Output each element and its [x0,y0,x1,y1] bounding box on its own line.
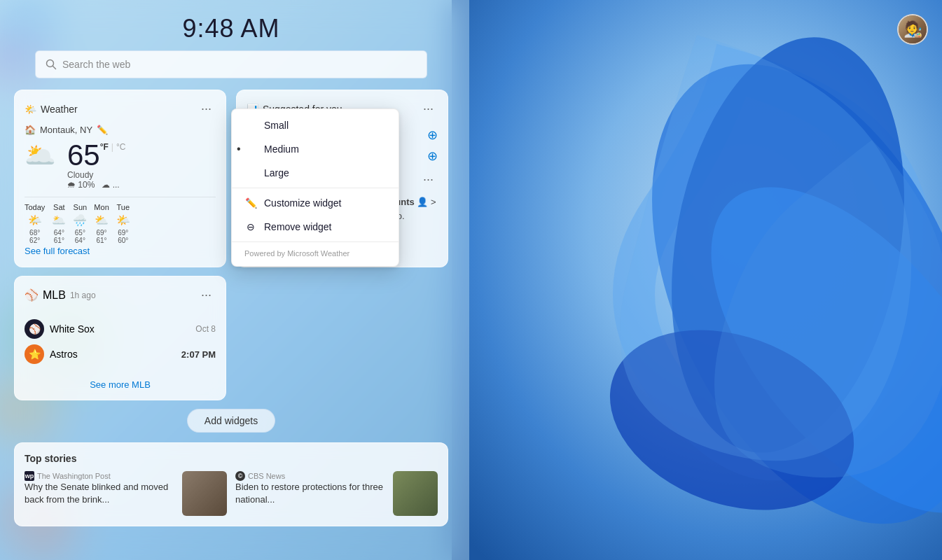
stories-grid: wp The Washington Post Why the Senate bl… [25,471,438,516]
add-widgets-button[interactable]: Add widgets [187,409,275,433]
widget-slot-right [236,276,448,400]
menu-divider-1 [232,188,399,188]
mlb-menu-button[interactable]: ··· [197,286,216,304]
search-bar[interactable]: Search the web [35,50,427,78]
weather-unit-toggle: °F | °C [100,142,126,152]
mlb-title-row: ⚾ MLB 1h ago [25,288,96,302]
weather-temp-block: 65 °F | °C Cloudy 🌧 10% ☁ ... [67,141,125,190]
add-widgets-container: Add widgets [14,409,448,433]
mlb-widget: ⚾ MLB 1h ago ··· ⚾ White Sox Oct 8 [14,276,226,400]
story-1-thumb [182,471,227,516]
edit-icon[interactable]: ✏️ [97,125,108,135]
astros-logo: ⭐ [25,344,44,364]
forecast-tue: Tue 🌤️ 69°60° [116,203,130,244]
menu-label-large: Large [264,167,289,178]
avatar-image: 🧑‍🎨 [899,15,927,43]
weather-details: Cloudy 🌧 10% ☁ ... [67,170,125,190]
search-placeholder: Search the web [62,59,130,70]
team1-name: White Sox [50,323,95,335]
cbs-icon: © [235,471,245,481]
mlb-game: ⚾ White Sox Oct 8 ⭐ Astros 2:07 PM [25,312,216,371]
svg-line-6 [53,66,56,69]
stock-2-add[interactable]: ⊕ [427,148,438,164]
mlb-game-time: 2:07 PM [181,349,216,360]
see-full-forecast-link[interactable]: See full forecast [25,246,90,256]
weather-main: 🌥️ 65 °F | °C Cloudy 🌧 10% ☁ ... [25,141,216,190]
precipitation: 🌧 10% ☁ ... [67,180,125,190]
unit-f[interactable]: °F [100,142,109,152]
see-more-mlb-link[interactable]: See more MLB [25,379,216,390]
unit-c[interactable]: °C [116,142,125,152]
weather-menu-button[interactable]: ··· [197,100,216,118]
menu-item-medium[interactable]: Medium [232,137,399,161]
team2-name: Astros [50,349,78,360]
menu-label-small: Small [264,120,289,131]
weather-temp: 65 [67,141,100,170]
menu-item-remove[interactable]: ⊖ Remove widget [232,215,399,239]
forecast-sat: Sat 🌥️ 64°61° [52,203,66,244]
white-sox-logo: ⚾ [25,319,44,339]
forecast-mon: Mon ⛅ 69°61° [94,203,109,244]
menu-item-large[interactable]: Large [232,161,399,185]
top-stories-title: Top stories [25,453,438,464]
avatar[interactable]: 🧑‍🎨 [897,14,928,45]
search-icon [46,59,57,70]
mlb-title: MLB [43,289,66,302]
home-icon: 🏠 [25,125,36,135]
weather-title: Weather [41,104,78,115]
story-1-text: wp The Washington Post Why the Senate bl… [25,471,176,516]
mlb-team2-row: ⭐ Astros 2:07 PM [25,342,216,367]
context-menu: Small Medium Large ✏️ Customize widget ⊖… [231,108,399,267]
weather-forecast: Today 🌤️ 68°62° Sat 🌥️ 64°61° Sun 🌧️ 65°… [25,197,216,244]
mlb-date: Oct 8 [195,324,216,334]
weather-location: 🏠 Montauk, NY ✏️ [25,125,216,135]
widget-panel: 9:48 AM Search the web 🌤️ Weather ··· 🏠 … [0,0,462,560]
story-2[interactable]: © CBS News Biden to restore protections … [235,471,438,516]
menu-label-customize: Customize widget [264,197,342,209]
suggested-menu-button[interactable]: ··· [419,100,438,118]
menu-label-medium: Medium [264,144,299,155]
location-text: Montauk, NY [40,125,92,135]
story-2-headline: Biden to restore protections for three n… [235,481,387,505]
forecast-sun: Sun 🌧️ 65°64° [73,203,87,244]
menu-divider-2 [232,241,399,242]
mlb-icon: ⚾ [25,288,39,302]
mlb-team1-row: ⚾ White Sox Oct 8 [25,316,216,342]
story-1[interactable]: wp The Washington Post Why the Senate bl… [25,471,227,516]
widget-grid-bottom: ⚾ MLB 1h ago ··· ⚾ White Sox Oct 8 [14,276,448,400]
mlb-time-ago: 1h ago [70,290,96,300]
stock-1-add[interactable]: ⊕ [427,127,438,143]
mlb-header: ⚾ MLB 1h ago ··· [25,286,216,304]
menu-label-remove: Remove widget [264,221,332,232]
top-bar: 9:48 AM Search the web [14,14,448,78]
menu-item-small[interactable]: Small [232,113,399,137]
story-2-source-name: CBS News [248,472,285,480]
remove-icon: ⊖ [244,221,257,232]
mlb-team2: ⭐ Astros [25,344,78,364]
mlb-team1: ⚾ White Sox [25,319,95,339]
weather-widget: 🌤️ Weather ··· 🏠 Montauk, NY ✏️ 🌥️ 65 °F [14,90,226,267]
weather-title-row: 🌤️ Weather [25,104,78,115]
weather-cloud-icon: 🌥️ [25,141,56,170]
story-1-source: wp The Washington Post [25,471,176,481]
forecast-today: Today 🌤️ 68°62° [25,203,45,244]
more-menu-button[interactable]: ··· [419,171,438,188]
wallpaper-swirl [452,0,942,560]
customize-icon: ✏️ [244,197,257,209]
weather-icon: 🌤️ [25,104,36,115]
top-stories-widget: Top stories wp The Washington Post Why t… [14,442,448,526]
menu-item-customize[interactable]: ✏️ Customize widget [232,191,399,215]
story-2-source: © CBS News [235,471,387,481]
story-2-thumb [393,471,438,516]
weather-header: 🌤️ Weather ··· [25,100,216,118]
wp-icon: wp [25,471,34,481]
weather-description: Cloudy [67,170,125,180]
story-1-source-name: The Washington Post [37,472,111,480]
menu-powered-by: Powered by Microsoft Weather [232,245,399,262]
story-1-headline: Why the Senate blinked and moved back fr… [25,481,176,505]
time-display: 9:48 AM [182,14,279,43]
story-2-text: © CBS News Biden to restore protections … [235,471,387,516]
